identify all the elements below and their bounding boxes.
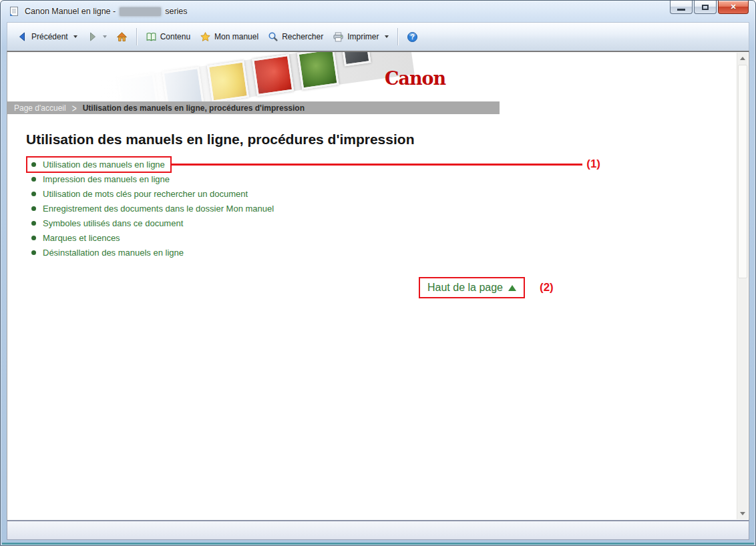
up-triangle-icon bbox=[508, 285, 516, 291]
app-icon bbox=[9, 6, 19, 17]
scrollbar-thumb[interactable] bbox=[738, 65, 747, 278]
search-button-label: Rechercher bbox=[282, 32, 323, 41]
help-icon: ? bbox=[407, 31, 418, 43]
status-bar bbox=[7, 520, 749, 540]
topic-link-trademarks[interactable]: Marques et licences bbox=[43, 233, 120, 243]
photo-strip-fade bbox=[91, 52, 284, 101]
breadcrumb: Page d'accueil > Utilisation des manuels… bbox=[7, 101, 500, 114]
content-area: Canon Page d'accueil > Utilisation des m… bbox=[7, 51, 749, 520]
print-dropdown-caret-icon[interactable] bbox=[385, 35, 389, 38]
list-item: Utilisation de mots clés pour rechercher… bbox=[26, 186, 737, 201]
title-bar[interactable]: Canon Manuel en ligne - series ✕ bbox=[1, 1, 755, 22]
window-controls: ✕ bbox=[670, 1, 749, 14]
print-button[interactable]: Imprimer bbox=[328, 28, 393, 46]
list-item: Enregistrement des documents dans le dos… bbox=[26, 201, 737, 216]
redacted-model-name bbox=[120, 7, 161, 16]
bullet-icon bbox=[31, 250, 36, 255]
scroll-up-button[interactable] bbox=[737, 53, 748, 64]
search-button[interactable]: Rechercher bbox=[263, 28, 328, 45]
window-title-prefix: Canon Manuel en ligne - bbox=[25, 7, 116, 16]
home-icon bbox=[116, 31, 128, 43]
list-item: Marques et licences bbox=[26, 230, 737, 245]
topic-link-list: Utilisation des manuels en ligne (1) Imp… bbox=[26, 157, 737, 260]
canon-logo: Canon bbox=[385, 67, 445, 89]
close-icon: ✕ bbox=[730, 3, 736, 11]
forward-arrow-icon bbox=[87, 31, 98, 42]
close-button[interactable]: ✕ bbox=[718, 1, 749, 14]
annotation-connector-line bbox=[172, 164, 582, 166]
top-of-page-link[interactable]: Haut de la page bbox=[427, 282, 503, 294]
topic-link-keywords-search[interactable]: Utilisation de mots clés pour rechercher… bbox=[43, 189, 248, 199]
topic-link-symbols[interactable]: Symboles utilisés dans ce document bbox=[43, 218, 183, 228]
maximize-button[interactable] bbox=[694, 1, 717, 14]
my-manual-button-label: Mon manuel bbox=[214, 32, 258, 41]
minimize-icon bbox=[677, 9, 685, 11]
document-page: Canon Page d'accueil > Utilisation des m… bbox=[7, 52, 737, 520]
breadcrumb-current: Utilisation des manuels en ligne, procéd… bbox=[83, 103, 305, 113]
topic-link-saving-documents[interactable]: Enregistrement des documents dans le dos… bbox=[43, 204, 274, 214]
main-section: Utilisation des manuels en ligne, procéd… bbox=[7, 114, 737, 298]
toolbar: Précédent Contenu M bbox=[7, 22, 749, 51]
svg-text:?: ? bbox=[410, 33, 414, 41]
topic-link-using-manuals[interactable]: Utilisation des manuels en ligne bbox=[43, 160, 165, 170]
callout-label-1: (1) bbox=[586, 158, 600, 171]
vertical-scrollbar[interactable] bbox=[737, 53, 748, 519]
minimize-button[interactable] bbox=[670, 1, 693, 14]
my-manual-button[interactable]: Mon manuel bbox=[195, 28, 263, 46]
back-button[interactable]: Précédent bbox=[13, 28, 82, 45]
header-photo-strip bbox=[110, 52, 403, 101]
printer-icon bbox=[333, 31, 344, 43]
photo-thumbnail-fern bbox=[297, 52, 339, 90]
list-item: Impression des manuels en ligne bbox=[26, 172, 737, 186]
forward-button[interactable] bbox=[82, 28, 112, 45]
scroll-down-icon bbox=[740, 512, 745, 515]
bullet-icon bbox=[31, 162, 36, 167]
contents-button-label: Contenu bbox=[160, 32, 190, 41]
bullet-icon bbox=[31, 221, 36, 226]
topic-link-uninstalling[interactable]: Désinstallation des manuels en ligne bbox=[43, 248, 184, 258]
back-dropdown-caret-icon[interactable] bbox=[73, 35, 77, 38]
page-title: Utilisation des manuels en ligne, procéd… bbox=[26, 131, 737, 148]
back-arrow-icon bbox=[17, 31, 28, 42]
toolbar-separator bbox=[136, 28, 137, 45]
list-item: Symboles utilisés dans ce document bbox=[26, 216, 737, 230]
print-button-label: Imprimer bbox=[347, 32, 379, 41]
bullet-icon bbox=[31, 192, 36, 196]
window-title-suffix: series bbox=[165, 7, 187, 16]
breadcrumb-home-link[interactable]: Page d'accueil bbox=[14, 103, 66, 113]
app-window: Canon Manuel en ligne - series ✕ Précéde… bbox=[0, 0, 756, 546]
maximize-icon bbox=[702, 5, 709, 10]
list-item: Désinstallation des manuels en ligne bbox=[26, 245, 737, 260]
bullet-icon bbox=[31, 206, 36, 211]
forward-dropdown-caret-icon[interactable] bbox=[103, 35, 107, 38]
back-button-label: Précédent bbox=[31, 32, 68, 41]
breadcrumb-separator-icon: > bbox=[72, 101, 77, 114]
contents-button[interactable]: Contenu bbox=[141, 28, 195, 46]
page-banner: Canon bbox=[7, 52, 737, 101]
star-icon bbox=[200, 31, 211, 43]
topic-link-printing-manuals[interactable]: Impression des manuels en ligne bbox=[43, 174, 170, 184]
toolbar-separator bbox=[397, 28, 398, 45]
scroll-up-icon bbox=[740, 57, 745, 60]
contents-book-icon bbox=[146, 31, 157, 43]
search-icon bbox=[268, 31, 278, 42]
callout-label-2: (2) bbox=[540, 281, 554, 294]
scroll-down-button[interactable] bbox=[737, 508, 748, 519]
bullet-icon bbox=[31, 177, 36, 182]
home-button[interactable] bbox=[112, 28, 132, 46]
list-item: Utilisation des manuels en ligne (1) bbox=[26, 157, 600, 172]
bullet-icon bbox=[31, 236, 36, 240]
help-button[interactable]: ? bbox=[402, 28, 423, 46]
top-of-page-row: Haut de la page (2) bbox=[419, 277, 737, 298]
annotation-box-1: Utilisation des manuels en ligne bbox=[26, 156, 172, 173]
annotation-box-2: Haut de la page bbox=[419, 277, 525, 298]
window-title: Canon Manuel en ligne - series bbox=[9, 6, 188, 17]
